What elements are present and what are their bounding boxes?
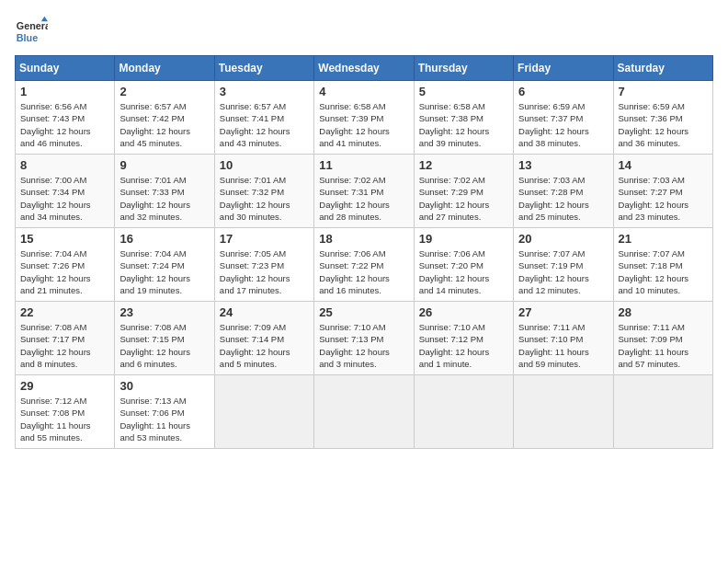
day-info: Sunrise: 6:58 AM Sunset: 7:38 PM Dayligh… [419, 100, 508, 149]
calendar-cell: 24Sunrise: 7:09 AM Sunset: 7:14 PM Dayli… [214, 302, 313, 375]
day-info: Sunrise: 7:01 AM Sunset: 7:32 PM Dayligh… [220, 174, 309, 223]
day-number: 5 [419, 85, 508, 98]
day-number: 11 [319, 158, 408, 172]
calendar-cell [514, 375, 613, 449]
calendar-cell: 12Sunrise: 7:02 AM Sunset: 7:29 PM Dayli… [414, 155, 513, 228]
calendar-cell: 15Sunrise: 7:04 AM Sunset: 7:26 PM Dayli… [16, 228, 115, 302]
day-info: Sunrise: 7:07 AM Sunset: 7:19 PM Dayligh… [518, 247, 608, 296]
svg-text:General: General [17, 20, 48, 31]
calendar-cell: 18Sunrise: 7:06 AM Sunset: 7:22 PM Dayli… [314, 228, 414, 302]
calendar-cell: 10Sunrise: 7:01 AM Sunset: 7:32 PM Dayli… [214, 155, 313, 228]
day-number: 20 [518, 232, 608, 246]
day-number: 16 [119, 232, 209, 246]
day-info: Sunrise: 7:01 AM Sunset: 7:33 PM Dayligh… [119, 174, 209, 223]
calendar-cell: 16Sunrise: 7:04 AM Sunset: 7:24 PM Dayli… [115, 228, 214, 302]
day-number: 27 [518, 305, 608, 319]
calendar-cell: 23Sunrise: 7:08 AM Sunset: 7:15 PM Dayli… [115, 302, 214, 375]
day-info: Sunrise: 7:03 AM Sunset: 7:27 PM Dayligh… [619, 174, 708, 223]
day-info: Sunrise: 7:11 AM Sunset: 7:10 PM Dayligh… [518, 321, 608, 370]
day-number: 6 [518, 85, 608, 98]
calendar-table: SundayMondayTuesdayWednesdayThursdayFrid… [15, 55, 713, 449]
day-info: Sunrise: 6:57 AM Sunset: 7:41 PM Dayligh… [220, 100, 309, 149]
day-number: 14 [619, 158, 708, 172]
calendar-cell: 20Sunrise: 7:07 AM Sunset: 7:19 PM Dayli… [514, 228, 613, 302]
day-number: 21 [619, 232, 708, 246]
logo-icon: General Blue [15, 15, 48, 48]
calendar-cell [613, 375, 712, 449]
day-number: 26 [419, 305, 508, 319]
weekday-header-wednesday: Wednesday [314, 56, 414, 81]
day-number: 17 [220, 232, 309, 246]
calendar-cell: 2Sunrise: 6:57 AM Sunset: 7:42 PM Daylig… [115, 81, 214, 155]
day-info: Sunrise: 7:02 AM Sunset: 7:29 PM Dayligh… [419, 174, 508, 223]
weekday-header-friday: Friday [514, 56, 613, 81]
day-number: 3 [220, 85, 309, 98]
day-info: Sunrise: 6:59 AM Sunset: 7:37 PM Dayligh… [518, 100, 608, 149]
day-info: Sunrise: 7:02 AM Sunset: 7:31 PM Dayligh… [319, 174, 408, 223]
calendar-cell: 22Sunrise: 7:08 AM Sunset: 7:17 PM Dayli… [16, 302, 115, 375]
day-info: Sunrise: 7:12 AM Sunset: 7:08 PM Dayligh… [20, 395, 109, 443]
day-info: Sunrise: 7:06 AM Sunset: 7:20 PM Dayligh… [419, 247, 508, 296]
day-number: 2 [119, 85, 209, 98]
day-info: Sunrise: 7:10 AM Sunset: 7:12 PM Dayligh… [419, 321, 508, 370]
day-number: 10 [220, 158, 309, 172]
day-number: 30 [119, 379, 209, 393]
day-number: 1 [20, 85, 109, 98]
calendar-cell: 6Sunrise: 6:59 AM Sunset: 7:37 PM Daylig… [514, 81, 613, 155]
day-info: Sunrise: 7:08 AM Sunset: 7:15 PM Dayligh… [119, 321, 209, 370]
day-info: Sunrise: 7:05 AM Sunset: 7:23 PM Dayligh… [220, 247, 309, 296]
day-info: Sunrise: 7:07 AM Sunset: 7:18 PM Dayligh… [619, 247, 708, 296]
day-info: Sunrise: 6:57 AM Sunset: 7:42 PM Dayligh… [119, 100, 209, 149]
calendar-cell: 17Sunrise: 7:05 AM Sunset: 7:23 PM Dayli… [214, 228, 313, 302]
calendar-cell: 26Sunrise: 7:10 AM Sunset: 7:12 PM Dayli… [414, 302, 513, 375]
day-number: 8 [20, 158, 109, 172]
day-number: 13 [518, 158, 608, 172]
day-info: Sunrise: 7:13 AM Sunset: 7:06 PM Dayligh… [119, 395, 209, 443]
calendar-cell: 14Sunrise: 7:03 AM Sunset: 7:27 PM Dayli… [613, 155, 712, 228]
day-info: Sunrise: 7:10 AM Sunset: 7:13 PM Dayligh… [319, 321, 408, 370]
calendar-cell: 21Sunrise: 7:07 AM Sunset: 7:18 PM Dayli… [613, 228, 712, 302]
day-info: Sunrise: 7:03 AM Sunset: 7:28 PM Dayligh… [518, 174, 608, 223]
day-number: 15 [20, 232, 109, 246]
calendar-cell [314, 375, 414, 449]
day-number: 19 [419, 232, 508, 246]
day-number: 4 [319, 85, 408, 98]
svg-text:Blue: Blue [17, 32, 38, 43]
calendar-cell: 3Sunrise: 6:57 AM Sunset: 7:41 PM Daylig… [214, 81, 313, 155]
svg-marker-2 [41, 17, 48, 21]
weekday-header-monday: Monday [115, 56, 214, 81]
day-info: Sunrise: 7:04 AM Sunset: 7:24 PM Dayligh… [119, 247, 209, 296]
day-number: 29 [20, 379, 109, 393]
day-number: 28 [619, 305, 708, 319]
calendar-cell: 30Sunrise: 7:13 AM Sunset: 7:06 PM Dayli… [115, 375, 214, 449]
weekday-header-tuesday: Tuesday [214, 56, 313, 81]
day-number: 9 [119, 158, 209, 172]
calendar-cell: 7Sunrise: 6:59 AM Sunset: 7:36 PM Daylig… [613, 81, 712, 155]
day-number: 24 [220, 305, 309, 319]
calendar-cell: 1Sunrise: 6:56 AM Sunset: 7:43 PM Daylig… [16, 81, 115, 155]
day-info: Sunrise: 7:04 AM Sunset: 7:26 PM Dayligh… [20, 247, 109, 296]
calendar-cell: 19Sunrise: 7:06 AM Sunset: 7:20 PM Dayli… [414, 228, 513, 302]
calendar-cell [414, 375, 513, 449]
day-info: Sunrise: 7:08 AM Sunset: 7:17 PM Dayligh… [20, 321, 109, 370]
day-number: 18 [319, 232, 408, 246]
logo: General Blue [15, 15, 48, 48]
calendar-cell: 8Sunrise: 7:00 AM Sunset: 7:34 PM Daylig… [16, 155, 115, 228]
weekday-header-sunday: Sunday [16, 56, 115, 81]
day-info: Sunrise: 7:06 AM Sunset: 7:22 PM Dayligh… [319, 247, 408, 296]
day-info: Sunrise: 6:59 AM Sunset: 7:36 PM Dayligh… [619, 100, 708, 149]
day-number: 22 [20, 305, 109, 319]
day-number: 23 [119, 305, 209, 319]
day-info: Sunrise: 7:09 AM Sunset: 7:14 PM Dayligh… [220, 321, 309, 370]
day-number: 7 [619, 85, 708, 98]
calendar-cell: 29Sunrise: 7:12 AM Sunset: 7:08 PM Dayli… [16, 375, 115, 449]
weekday-header-saturday: Saturday [613, 56, 712, 81]
calendar-cell: 25Sunrise: 7:10 AM Sunset: 7:13 PM Dayli… [314, 302, 414, 375]
calendar-cell: 4Sunrise: 6:58 AM Sunset: 7:39 PM Daylig… [314, 81, 414, 155]
calendar-cell: 11Sunrise: 7:02 AM Sunset: 7:31 PM Dayli… [314, 155, 414, 228]
day-number: 25 [319, 305, 408, 319]
calendar-cell [214, 375, 313, 449]
calendar-cell: 5Sunrise: 6:58 AM Sunset: 7:38 PM Daylig… [414, 81, 513, 155]
day-number: 12 [419, 158, 508, 172]
day-info: Sunrise: 6:58 AM Sunset: 7:39 PM Dayligh… [319, 100, 408, 149]
